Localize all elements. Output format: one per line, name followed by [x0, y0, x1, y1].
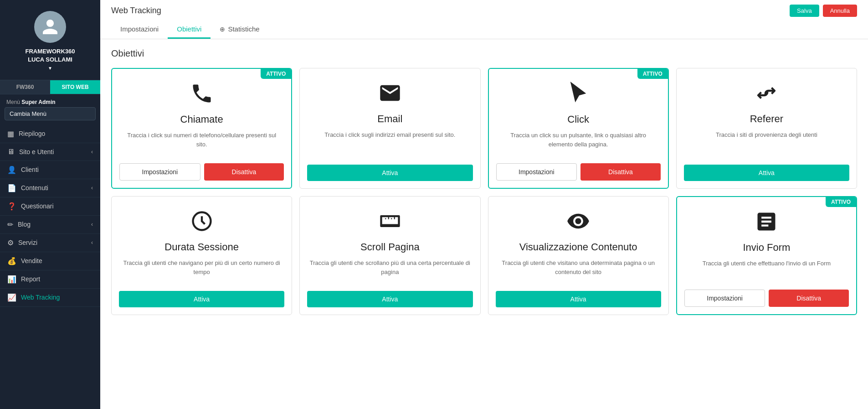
cursor-icon	[566, 82, 590, 109]
chart-icon: 📊	[7, 275, 16, 284]
page-header: Web Tracking Salva Annulla Impostazioni …	[100, 0, 868, 39]
sidebar-item-label: Clienti	[21, 166, 39, 173]
content-area: Obiettivi ATTIVO Chiamate Traccia i clic…	[100, 39, 868, 409]
sidebar-select-wrap[interactable]: Cambia Menù	[0, 107, 100, 125]
card-name-click: Click	[567, 114, 589, 125]
question-icon: ❓	[7, 202, 16, 211]
tab-statistiche[interactable]: ⊕ Statistiche	[211, 21, 268, 39]
card-desc-referer: Traccia i siti di provenienza degli uten…	[716, 130, 817, 140]
card-visualizzazione: Visualizzazione Contenuto Traccia gli ut…	[488, 196, 669, 315]
settings-button-invio-form[interactable]: Impostazioni	[684, 290, 765, 307]
statistiche-icon: ⊕	[220, 26, 225, 33]
tab-fw360[interactable]: FW360	[0, 80, 50, 94]
sidebar-item-questionari[interactable]: ❓ Questionari	[0, 197, 100, 216]
sidebar-item-label: Vendite	[21, 257, 42, 264]
ruler-icon	[378, 209, 402, 237]
sidebar: FRAMEWORK360 LUCA SOLLAMI ▼ FW360 SITO W…	[0, 0, 100, 409]
card-desc-chiamate: Traccia i click sui numeri di telefono/c…	[121, 131, 282, 149]
badge-attivo-click: ATTIVO	[637, 69, 668, 79]
sidebar-item-clienti[interactable]: 👤 Clienti	[0, 161, 100, 179]
card-invio-form: ATTIVO Invio Form Traccia gli utenti che…	[676, 196, 857, 315]
sidebar-item-servizi[interactable]: ⚙ Servizi ‹	[0, 234, 100, 252]
sidebar-tabs: FW360 SITO WEB	[0, 80, 100, 94]
sidebar-item-vendite[interactable]: 💰 Vendite	[0, 252, 100, 270]
card-name-chiamate: Chiamate	[180, 114, 223, 125]
grid-icon: ▦	[7, 129, 14, 138]
deactivate-button-chiamate[interactable]: Disattiva	[204, 163, 284, 181]
cards-grid-row1: ATTIVO Chiamate Traccia i click sui nume…	[111, 68, 857, 189]
email-icon	[378, 81, 402, 109]
sidebar-avatar-area: FRAMEWORK360 LUCA SOLLAMI ▼	[0, 0, 100, 80]
deactivate-button-click[interactable]: Disattiva	[580, 163, 661, 181]
sidebar-item-blog[interactable]: ✏ Blog ‹	[0, 216, 100, 234]
card-actions-email: Attiva	[300, 165, 480, 188]
avatar	[34, 11, 66, 43]
sidebar-item-report[interactable]: 📊 Report	[0, 270, 100, 289]
activate-button-durata[interactable]: Attiva	[119, 291, 284, 307]
card-name-scroll: Scroll Pagina	[360, 241, 420, 253]
sidebar-item-riepilogo[interactable]: ▦ Riepilogo	[0, 125, 100, 143]
sidebar-item-label: Report	[21, 275, 40, 283]
card-body-invio-form: Invio Form Traccia gli utenti che effett…	[677, 197, 856, 290]
card-durata-sessione: Durata Sessione Traccia gli utenti che n…	[111, 196, 292, 315]
sidebar-item-label: Servizi	[18, 239, 37, 246]
card-actions-visualizzazione: Attiva	[488, 291, 668, 315]
card-desc-durata: Traccia gli utenti che navigano per più …	[121, 259, 282, 276]
settings-button-click[interactable]: Impostazioni	[496, 163, 577, 181]
card-scroll-pagina: Scroll Pagina Traccia gli utenti che scr…	[299, 196, 480, 315]
sidebar-item-web-tracking[interactable]: 📈 Web Tracking	[0, 289, 100, 307]
sidebar-item-contenuti[interactable]: 📄 Contenuti ‹	[0, 179, 100, 197]
card-desc-email: Traccia i click sugli indirizzi email pr…	[324, 130, 455, 140]
clock-icon	[190, 209, 214, 237]
deactivate-button-invio-form[interactable]: Disattiva	[769, 290, 849, 307]
page-title: Web Tracking	[111, 6, 161, 16]
badge-attivo-chiamate: ATTIVO	[261, 69, 291, 79]
tracking-icon: 📈	[7, 293, 16, 302]
users-icon: 👤	[7, 166, 16, 174]
activate-button-referer[interactable]: Attiva	[684, 165, 849, 181]
money-icon: 💰	[7, 257, 16, 265]
card-name-visualizzazione: Visualizzazione Contenuto	[519, 241, 637, 253]
card-body-click: Click Traccia un click su un pulsante, l…	[489, 69, 668, 163]
sidebar-item-label: Web Tracking	[21, 294, 60, 301]
activate-button-scroll[interactable]: Attiva	[307, 291, 473, 307]
settings-button-chiamate[interactable]: Impostazioni	[119, 163, 200, 181]
card-desc-visualizzazione: Traccia gli utenti che visitano una dete…	[498, 259, 659, 276]
sidebar-item-label: Blog	[18, 221, 31, 228]
card-desc-click: Traccia un click su un pulsante, link o …	[498, 131, 659, 149]
tab-sito-web[interactable]: SITO WEB	[50, 80, 100, 94]
card-name-referer: Referer	[750, 113, 783, 125]
tab-impostazioni[interactable]: Impostazioni	[111, 21, 168, 39]
card-referer: Referer Traccia i siti di provenienza de…	[676, 68, 857, 189]
card-email: Email Traccia i click sugli indirizzi em…	[299, 68, 480, 189]
card-actions-click: Impostazioni Disattiva	[489, 163, 668, 188]
sidebar-menu-label: Menù Super Admin	[0, 94, 100, 107]
sidebar-nav: ▦ Riepilogo 🖥 Sito e Utenti ‹ 👤 Clienti …	[0, 125, 100, 307]
card-body-chiamate: Chiamate Traccia i click sui numeri di t…	[112, 69, 291, 163]
gear-icon: ⚙	[7, 238, 14, 247]
sidebar-item-label: Contenuti	[21, 184, 48, 192]
card-actions-chiamate: Impostazioni Disattiva	[112, 163, 291, 188]
save-button[interactable]: Salva	[790, 5, 819, 17]
monitor-icon: 🖥	[7, 148, 15, 156]
sidebar-item-label: Questionari	[21, 202, 54, 210]
card-body-durata: Durata Sessione Traccia gli utenti che n…	[112, 197, 292, 291]
card-actions-scroll: Attiva	[300, 291, 480, 315]
activate-button-email[interactable]: Attiva	[307, 165, 473, 181]
tab-obiettivi[interactable]: Obiettivi	[168, 21, 211, 39]
chevron-right-icon: ‹	[91, 221, 93, 228]
card-actions-durata: Attiva	[112, 291, 292, 315]
cancel-button[interactable]: Annulla	[823, 5, 857, 17]
change-menu-select[interactable]: Cambia Menù	[5, 107, 96, 120]
sidebar-item-label: Sito e Utenti	[19, 148, 54, 155]
chevron-right-icon: ‹	[91, 239, 93, 246]
activate-button-visualizzazione[interactable]: Attiva	[496, 291, 661, 307]
chevron-right-icon: ‹	[91, 185, 93, 191]
sidebar-item-sito-utenti[interactable]: 🖥 Sito e Utenti ‹	[0, 143, 100, 161]
referer-icon	[755, 81, 778, 109]
card-body-email: Email Traccia i click sugli indirizzi em…	[300, 68, 480, 165]
eye-icon	[566, 209, 590, 237]
phone-icon	[190, 82, 214, 109]
sidebar-item-label: Riepilogo	[19, 130, 45, 137]
card-body-referer: Referer Traccia i siti di provenienza de…	[677, 68, 857, 165]
